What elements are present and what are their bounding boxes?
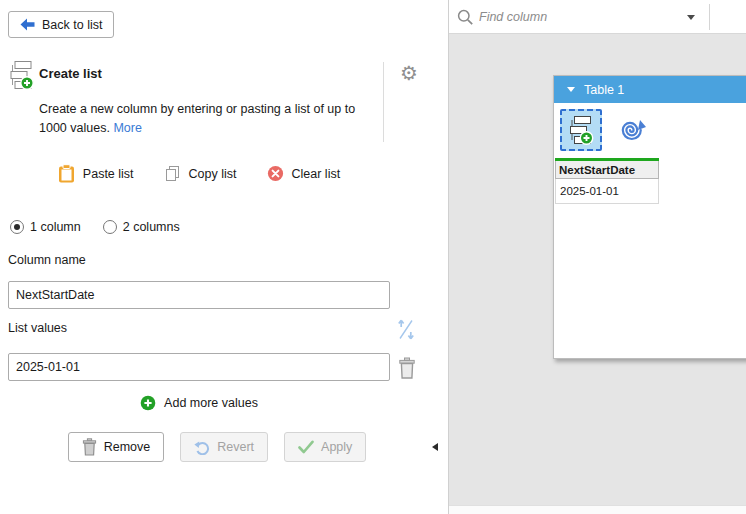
table-collapse-triangle-icon[interactable] xyxy=(567,87,575,92)
apply-check-icon xyxy=(298,440,314,454)
footer-buttons: Remove Revert Apply xyxy=(0,432,434,462)
project-canvas-panel: Table 1 xyxy=(448,0,746,514)
app-window: Back to list Create list ⚙ Create a new … xyxy=(0,0,746,514)
toolbar-separator xyxy=(709,4,710,30)
back-to-list-button[interactable]: Back to list xyxy=(8,11,114,38)
column-name-input[interactable] xyxy=(8,281,390,309)
clear-circle-icon xyxy=(267,165,284,182)
create-list-icon xyxy=(9,60,34,93)
table-card-header[interactable]: Table 1 xyxy=(554,76,746,103)
find-column-toolbar xyxy=(449,0,746,34)
spiral-transform-icon[interactable] xyxy=(613,113,647,147)
radio-two-columns[interactable]: 2 columns xyxy=(103,220,180,234)
list-actions-row: Paste list Copy list Cle xyxy=(8,164,390,183)
radio-two-columns-label: 2 columns xyxy=(123,220,180,234)
more-link[interactable]: More xyxy=(113,121,141,135)
radio-two-columns-dot[interactable] xyxy=(103,220,117,234)
transform-title: Create list xyxy=(39,66,102,81)
column-count-radios: 1 column 2 columns xyxy=(10,220,180,234)
apply-label: Apply xyxy=(321,440,352,454)
clear-list-label: Clear list xyxy=(292,167,341,181)
create-list-step-icon-selected[interactable] xyxy=(560,109,602,151)
radio-one-column-dot[interactable] xyxy=(10,220,24,234)
add-more-values-label: Add more values xyxy=(164,396,258,410)
revert-button[interactable]: Revert xyxy=(180,432,268,462)
collapse-panel-arrow-icon[interactable] xyxy=(432,443,438,451)
transform-settings-panel: Back to list Create list ⚙ Create a new … xyxy=(0,0,448,514)
find-column-input[interactable] xyxy=(479,5,679,29)
find-column-dropdown-icon[interactable] xyxy=(687,15,695,20)
copy-icon xyxy=(164,165,181,182)
list-values-label: List values xyxy=(8,321,67,335)
delete-value-trash-icon[interactable] xyxy=(398,357,416,383)
back-to-list-label: Back to list xyxy=(42,18,102,32)
description-text: Create a new column by entering or pasti… xyxy=(39,102,355,135)
paste-list-button[interactable]: Paste list xyxy=(58,164,134,183)
copy-list-label: Copy list xyxy=(189,167,237,181)
back-arrow-icon xyxy=(20,18,35,31)
list-value-input[interactable] xyxy=(8,353,390,381)
add-more-values-button[interactable]: Add more values xyxy=(8,395,390,411)
column-name-label: Column name xyxy=(8,253,86,267)
add-plus-icon xyxy=(140,395,156,411)
remove-button[interactable]: Remove xyxy=(68,432,165,462)
transform-icons-row xyxy=(560,109,647,151)
canvas-bottom-strip xyxy=(449,505,746,514)
paste-list-label: Paste list xyxy=(83,167,134,181)
copy-list-button[interactable]: Copy list xyxy=(164,164,237,183)
preview-column-header[interactable]: NextStartDate xyxy=(555,161,659,179)
apply-button[interactable]: Apply xyxy=(284,432,366,462)
radio-one-column[interactable]: 1 column xyxy=(10,220,81,234)
table-card[interactable]: Table 1 xyxy=(553,75,746,359)
clipboard-icon xyxy=(58,164,75,183)
workflow-canvas[interactable]: Table 1 xyxy=(449,34,746,505)
revert-label: Revert xyxy=(217,440,254,454)
search-icon xyxy=(457,9,474,29)
header-divider xyxy=(383,62,384,142)
preview-cell[interactable]: 2025-01-01 xyxy=(555,179,659,204)
radio-one-column-label: 1 column xyxy=(30,220,81,234)
remove-label: Remove xyxy=(104,440,151,454)
revert-undo-icon xyxy=(194,440,210,455)
remove-trash-icon xyxy=(82,438,97,456)
table-title: Table 1 xyxy=(584,83,624,97)
clear-list-button[interactable]: Clear list xyxy=(267,164,341,183)
transform-description: Create a new column by entering or pasti… xyxy=(39,100,373,138)
result-preview-table[interactable]: NextStartDate 2025-01-01 xyxy=(555,158,659,204)
gear-icon[interactable]: ⚙ xyxy=(398,62,420,84)
sort-values-icon[interactable] xyxy=(397,317,415,345)
